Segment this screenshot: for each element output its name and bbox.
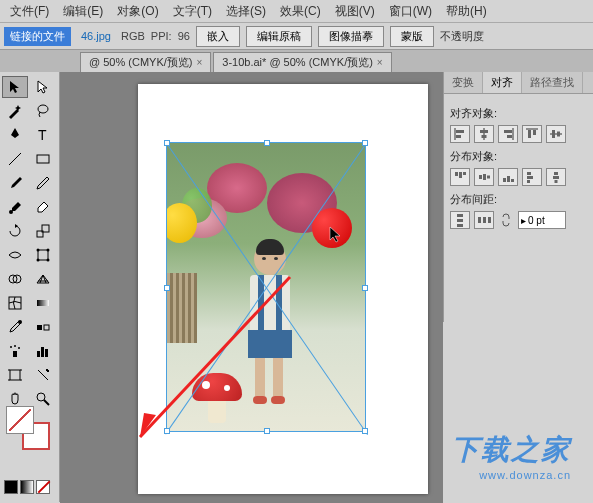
fill-mode-gradient[interactable] [20,480,34,494]
selection-handle-mr[interactable] [362,285,368,291]
magic-wand-tool[interactable] [2,100,28,122]
distribute-top-icon[interactable] [450,168,470,186]
link-icon[interactable] [498,212,514,228]
selection-tool[interactable] [2,76,28,98]
fill-swatch[interactable] [6,406,34,434]
svg-point-16 [18,320,22,324]
eyedropper-tool[interactable] [2,316,28,338]
align-vcenter-icon[interactable] [546,125,566,143]
distribute-bottom-icon[interactable] [498,168,518,186]
shape-builder-tool[interactable] [2,268,28,290]
placed-image[interactable] [166,142,366,432]
doc-tab-1[interactable]: @ 50% (CMYK/预览) × [80,52,211,72]
menu-file[interactable]: 文件(F) [4,1,55,22]
spacing-input[interactable]: ▸0 pt [518,211,566,229]
selection-handle-br[interactable] [362,428,368,434]
selection-handle-bm[interactable] [264,428,270,434]
tab-2-label: 3-10b.ai* @ 50% (CMYK/预览) [222,55,373,70]
edit-original-button[interactable]: 编辑原稿 [246,26,312,47]
svg-text:T: T [38,127,47,143]
align-panel: 变换 对齐 路径查找 对齐对象: 分布对象: 分布间距: ▸0 pt [443,72,593,322]
menu-edit[interactable]: 编辑(E) [57,1,109,22]
svg-rect-47 [459,172,462,178]
tab-transform[interactable]: 变换 [444,72,483,93]
selection-handle-tl[interactable] [164,140,170,146]
align-right-icon[interactable] [498,125,518,143]
rectangle-tool[interactable] [30,148,56,170]
perspective-grid-tool[interactable] [30,268,56,290]
blob-brush-tool[interactable] [2,196,28,218]
gradient-tool[interactable] [30,292,56,314]
menu-window[interactable]: 窗口(W) [383,1,438,22]
distribute-hcenter-icon[interactable] [546,168,566,186]
distribute-hspacing-icon[interactable] [474,211,494,229]
fill-mode-none[interactable] [36,480,50,494]
svg-rect-44 [552,130,555,138]
line-tool[interactable] [2,148,28,170]
mesh-tool[interactable] [2,292,28,314]
fill-mode-color[interactable] [4,480,18,494]
align-hcenter-icon[interactable] [474,125,494,143]
align-left-icon[interactable] [450,125,470,143]
tab-2-close-icon[interactable]: × [377,57,383,68]
svg-point-11 [47,259,50,262]
menu-type[interactable]: 文字(T) [167,1,218,22]
embed-button[interactable]: 嵌入 [196,26,240,47]
filename-label[interactable]: 46.jpg [77,28,115,44]
distribute-left-icon[interactable] [522,168,542,186]
svg-point-22 [18,347,20,349]
canvas[interactable] [60,72,443,503]
pencil-tool[interactable] [30,172,56,194]
svg-rect-15 [37,300,49,306]
distribute-vspacing-icon[interactable] [450,211,470,229]
pen-tool[interactable] [2,124,28,146]
opacity-label: 不透明度 [440,29,484,44]
image-trace-button[interactable]: 图像描摹 [318,26,384,47]
rotate-tool[interactable] [2,220,28,242]
menu-object[interactable]: 对象(O) [111,1,164,22]
blend-tool[interactable] [30,316,56,338]
direct-selection-tool[interactable] [30,76,56,98]
slice-tool[interactable] [30,364,56,386]
cursor-icon [328,226,346,244]
watermark-text: 下载之家 [451,431,571,469]
svg-rect-66 [488,217,491,223]
tab-1-close-icon[interactable]: × [196,57,202,68]
flower-pot [167,273,197,343]
linked-file-badge[interactable]: 链接的文件 [4,27,71,46]
svg-rect-45 [557,132,560,137]
width-tool[interactable] [2,244,28,266]
paintbrush-tool[interactable] [2,172,28,194]
distribute-vcenter-icon[interactable] [474,168,494,186]
free-transform-tool[interactable] [30,244,56,266]
tab-pathfinder[interactable]: 路径查找 [522,72,583,93]
column-graph-tool[interactable] [30,340,56,362]
type-tool[interactable]: T [30,124,56,146]
symbol-sprayer-tool[interactable] [2,340,28,362]
svg-rect-55 [527,172,531,175]
svg-rect-41 [528,130,531,138]
artboard-tool[interactable] [2,364,28,386]
artboard[interactable] [138,84,428,494]
lasso-tool[interactable] [30,100,56,122]
eraser-tool[interactable] [30,196,56,218]
fill-stroke-swatch[interactable] [6,406,50,450]
svg-rect-57 [527,180,530,183]
selection-handle-tr[interactable] [362,140,368,146]
distribute-objects-label: 分布对象: [450,149,587,164]
align-top-icon[interactable] [522,125,542,143]
selection-handle-ml[interactable] [164,285,170,291]
menu-view[interactable]: 视图(V) [329,1,381,22]
selection-handle-tm[interactable] [264,140,270,146]
selection-handle-bl[interactable] [164,428,170,434]
scale-tool[interactable] [30,220,56,242]
tab-align[interactable]: 对齐 [483,72,522,93]
menu-help[interactable]: 帮助(H) [440,1,493,22]
svg-point-9 [47,249,50,252]
doc-tab-2[interactable]: 3-10b.ai* @ 50% (CMYK/预览) × [213,52,391,72]
menu-select[interactable]: 选择(S) [220,1,272,22]
svg-rect-63 [457,224,463,227]
mask-button[interactable]: 蒙版 [390,26,434,47]
ppi-value: 96 [178,30,190,42]
menu-effect[interactable]: 效果(C) [274,1,327,22]
